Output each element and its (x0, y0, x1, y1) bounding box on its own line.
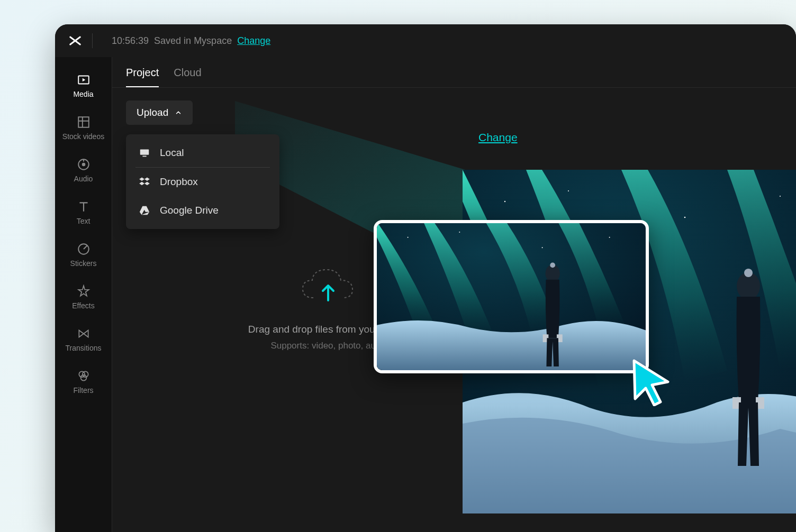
transitions-icon (77, 327, 91, 341)
media-icon (77, 73, 91, 87)
filters-icon (77, 369, 91, 383)
svg-point-20 (744, 269, 753, 277)
chevron-up-icon (175, 109, 182, 116)
svg-rect-1 (78, 117, 89, 127)
audio-icon (77, 158, 91, 171)
svg-point-25 (459, 232, 460, 233)
text-icon (77, 200, 91, 214)
dropdown-item-dropbox[interactable]: Dropbox (126, 168, 279, 196)
dropdown-item-gdrive[interactable]: Google Drive (126, 196, 279, 225)
upload-button-label: Upload (137, 107, 168, 118)
stickers-icon (77, 242, 91, 256)
svg-rect-12 (142, 156, 146, 157)
svg-point-26 (542, 247, 543, 248)
change-link[interactable]: Change (237, 35, 270, 47)
svg-point-27 (609, 237, 610, 238)
titlebar-status: 10:56:39 Saved in Myspace Change (112, 35, 270, 47)
change-link-back[interactable]: Change (478, 131, 518, 144)
sidebar-item-label: Text (77, 217, 91, 225)
upload-button[interactable]: Upload (126, 100, 193, 125)
dropdown-item-label: Dropbox (160, 176, 198, 188)
stock-icon (77, 115, 91, 129)
timestamp: 10:56:39 (112, 35, 149, 47)
dropdown-item-label: Google Drive (160, 205, 219, 216)
sidebar-item-effects[interactable]: Effects (55, 278, 112, 316)
svg-point-17 (780, 196, 781, 197)
tabs: Project Cloud (112, 57, 796, 88)
sidebar-item-label: Effects (72, 301, 95, 310)
sidebar-item-audio[interactable]: Audio (55, 151, 112, 189)
sidebar-item-label: Stickers (70, 259, 97, 268)
sidebar-item-label: Filters (73, 386, 93, 395)
svg-point-10 (80, 375, 86, 381)
preview-thumbnail[interactable] (374, 220, 649, 373)
app-logo-icon (68, 33, 83, 48)
app-window: 10:56:39 Saved in Myspace Change Media S… (55, 24, 796, 532)
svg-point-15 (568, 190, 569, 191)
gdrive-icon (139, 205, 150, 216)
saved-text: Saved in Myspace (154, 35, 232, 47)
sidebar-item-label: Stock videos (62, 132, 104, 141)
cursor-icon (630, 359, 672, 406)
sidebar-item-label: Media (73, 90, 93, 98)
sidebar-item-filters[interactable]: Filters (55, 363, 112, 401)
svg-point-24 (408, 237, 409, 238)
sidebar-item-transitions[interactable]: Transitions (55, 320, 112, 359)
sidebar-item-label: Transitions (66, 344, 102, 352)
sidebar-item-label: Audio (74, 175, 93, 183)
tab-project[interactable]: Project (126, 67, 159, 87)
svg-point-9 (82, 371, 88, 377)
dropbox-icon (139, 176, 150, 188)
svg-point-5 (82, 163, 85, 167)
dropdown-item-local[interactable]: Local (126, 139, 279, 167)
svg-point-14 (504, 201, 505, 202)
desktop-icon (139, 147, 150, 159)
svg-point-29 (550, 263, 555, 268)
dropdown-item-label: Local (160, 147, 184, 159)
svg-rect-11 (140, 150, 149, 155)
cloud-upload-icon (297, 263, 361, 311)
sidebar: Media Stock videos Audio Text Stickers E… (55, 57, 112, 532)
upload-dropdown: Local Dropbox Google Drive (126, 134, 279, 229)
sidebar-item-media[interactable]: Media (55, 67, 112, 105)
divider (92, 33, 93, 48)
tab-cloud[interactable]: Cloud (174, 67, 201, 87)
sidebar-item-text[interactable]: Text (55, 194, 112, 232)
svg-point-16 (684, 217, 686, 218)
sidebar-item-stock[interactable]: Stock videos (55, 109, 112, 147)
sidebar-item-stickers[interactable]: Stickers (55, 236, 112, 274)
effects-icon (77, 285, 91, 298)
titlebar: 10:56:39 Saved in Myspace Change (55, 24, 796, 57)
